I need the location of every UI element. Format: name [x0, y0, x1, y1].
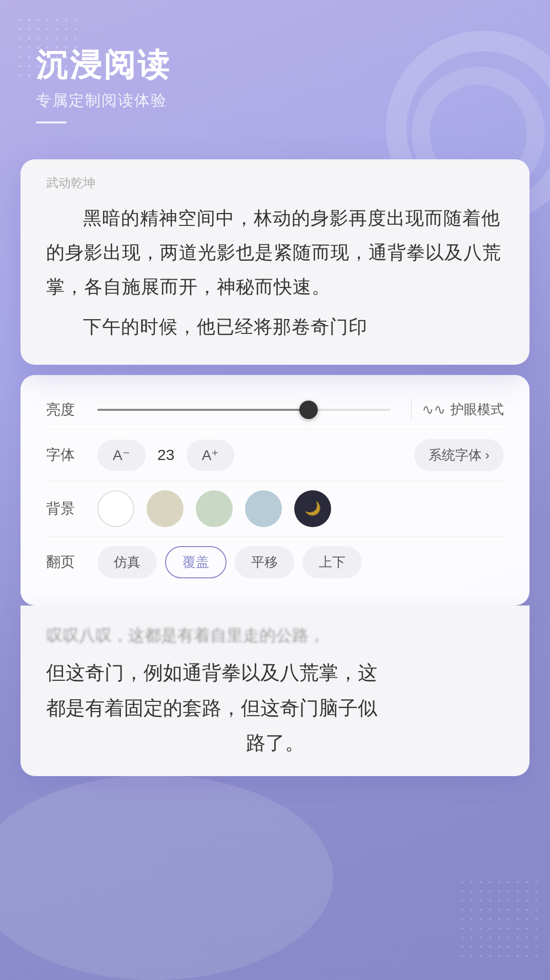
font-decrease-button[interactable]: A⁻ — [97, 440, 146, 471]
bottom-text-line1: 但这奇门，例如通背拳以及八荒掌，这 — [46, 655, 504, 690]
bg-green-button[interactable] — [196, 490, 233, 527]
brightness-row: 亮度 ∿∿ 护眼模式 — [46, 390, 504, 430]
bottom-text: 但这奇门，例如通背拳以及八荒掌，这 都是有着固定的套路，但这奇门脑子似 路了。 — [46, 655, 504, 760]
bg-section: 🌙 — [97, 490, 504, 527]
page-btn-vertical[interactable]: 上下 — [302, 546, 362, 578]
reading-card: 武动乾坤 黑暗的精神空间中，林动的身影再度出现而随着他的身影出现，两道光影也是紧… — [21, 159, 529, 364]
bottom-text-line2: 都是有着固定的套路，但这奇门脑子似 — [46, 691, 504, 725]
page-btn-cover[interactable]: 覆盖 — [165, 546, 227, 578]
header: 沉浸阅读 专属定制阅读体验 — [0, 0, 550, 144]
brightness-divider — [411, 400, 412, 420]
bottom-reading: 叹叹八叹，这都是有着自里走的公路， 但这奇门，例如通背拳以及八荒掌，这 都是有着… — [21, 606, 529, 776]
font-name-label: 系统字体 — [429, 446, 482, 464]
header-divider — [36, 121, 67, 123]
bg-dark-button[interactable]: 🌙 — [294, 490, 331, 527]
bg-wave — [0, 775, 333, 980]
bg-label: 背景 — [46, 499, 87, 518]
eye-icon: ∿∿ — [422, 401, 445, 418]
chevron-right-icon: › — [485, 447, 490, 463]
font-increase-button[interactable]: A⁺ — [187, 440, 235, 471]
eye-mode-section[interactable]: ∿∿ 护眼模式 — [422, 401, 504, 419]
font-row: 字体 A⁻ 23 A⁺ 系统字体 › — [46, 430, 504, 481]
brightness-slider-track[interactable] — [97, 409, 391, 411]
page-label: 翻页 — [46, 552, 87, 572]
book-paragraph1: 黑暗的精神空间中，林动的身影再度出现而随着他的身影出现，两道光影也是紧随而现，通… — [46, 201, 504, 304]
settings-panel: 亮度 ∿∿ 护眼模式 字体 A⁻ 23 A⁺ 系统字体 › — [21, 375, 529, 606]
font-name-button[interactable]: 系统字体 › — [414, 439, 504, 471]
book-paragraph2: 下午的时候，他已经将那卷奇门印 — [46, 310, 504, 344]
brightness-slider-thumb[interactable] — [299, 401, 318, 419]
bg-dots-bottom — [458, 878, 540, 960]
page-btn-slide[interactable]: 平移 — [235, 546, 294, 578]
book-title-label: 武动乾坤 — [46, 175, 504, 191]
page-title: 沉浸阅读 — [36, 46, 514, 84]
eye-mode-label: 护眼模式 — [451, 401, 504, 419]
font-section: A⁻ 23 A⁺ 系统字体 › — [97, 439, 504, 471]
font-size-value: 23 — [156, 446, 176, 464]
page-subtitle: 专属定制阅读体验 — [36, 90, 514, 111]
page-turn-row: 翻页 仿真 覆盖 平移 上下 — [46, 537, 504, 588]
bottom-blurred-text: 叹叹八叹，这都是有着自里走的公路， — [46, 621, 504, 651]
bg-blue-button[interactable] — [245, 490, 282, 527]
font-label: 字体 — [46, 445, 87, 465]
page-section: 仿真 覆盖 平移 上下 — [97, 546, 504, 578]
brightness-section — [87, 409, 401, 411]
book-content: 黑暗的精神空间中，林动的身影再度出现而随着他的身影出现，两道光影也是紧随而现，通… — [46, 201, 504, 344]
bottom-text-line3: 路了。 — [46, 725, 504, 760]
background-row: 背景 🌙 — [46, 481, 504, 537]
bg-beige-button[interactable] — [147, 490, 184, 527]
moon-icon: 🌙 — [304, 501, 321, 516]
page-btn-simulated[interactable]: 仿真 — [97, 546, 157, 578]
brightness-slider-fill — [97, 409, 309, 411]
brightness-label: 亮度 — [46, 400, 87, 420]
bg-white-button[interactable] — [97, 490, 134, 527]
